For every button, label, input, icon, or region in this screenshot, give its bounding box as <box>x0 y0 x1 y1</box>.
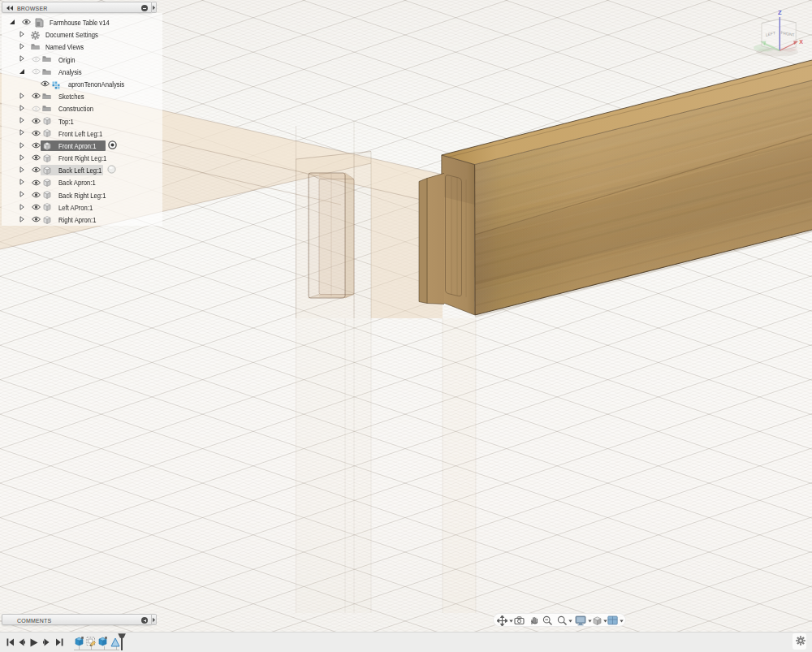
svg-text:Z: Z <box>778 9 782 16</box>
svg-text:X: X <box>799 39 803 45</box>
